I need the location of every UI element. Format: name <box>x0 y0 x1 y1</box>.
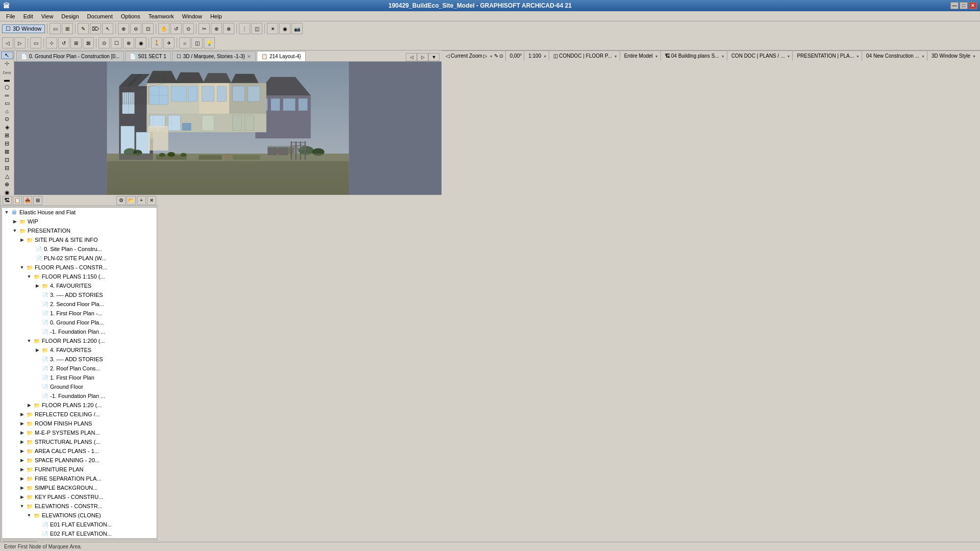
menu-edit[interactable]: Edit <box>19 12 37 20</box>
tb2-material[interactable]: ◫ <box>191 37 203 48</box>
tb-paste[interactable]: ⊗ <box>223 23 234 34</box>
tree-add-stories-2[interactable]: 📄 3. ---- ADD STORIES <box>2 355 157 364</box>
tb2-light[interactable]: 💡 <box>204 37 215 48</box>
tree-roof-plan[interactable]: 📄 2. Roof Plan Cons... <box>2 364 157 373</box>
expand-fp-1150[interactable]: ▼ <box>26 273 33 280</box>
window-controls[interactable]: — □ ✕ <box>950 2 977 9</box>
tb-sun[interactable]: ☀ <box>267 23 278 34</box>
tb2-display[interactable]: ◉ <box>135 37 146 48</box>
rp-add-btn[interactable]: + <box>137 196 146 205</box>
tb-camera[interactable]: 📷 <box>291 23 303 34</box>
tb-grid[interactable]: ⊞ <box>62 23 73 34</box>
tab-sect1[interactable]: 📄 S01 SECT 1 <box>125 51 170 61</box>
rp-icon-publisher[interactable]: 📤 <box>23 196 32 205</box>
zoom-control[interactable]: ◁ Current Zoom ▷ ✎ ⊙ <box>444 51 506 61</box>
tb2-rotate[interactable]: ↺ <box>58 37 69 48</box>
menu-teamwork[interactable]: Teamwork <box>144 12 178 20</box>
expand-fire[interactable]: ▶ <box>18 475 26 482</box>
expand-fp-1200[interactable]: ▼ <box>26 337 33 344</box>
tb2-section[interactable]: ⊙ <box>99 37 110 48</box>
tool-beam[interactable]: ═ <box>1 92 13 99</box>
tree-root-item[interactable]: ▼ 🏛 Elastic House and Flat <box>2 208 157 217</box>
menu-help[interactable]: Help <box>206 12 226 20</box>
tree-key-plans[interactable]: ▶ 📁 KEY PLANS - CONSTRU... <box>2 492 157 502</box>
tool-wall[interactable]: ▬ <box>1 76 13 83</box>
tb2-filter[interactable]: ⊗ <box>123 37 134 48</box>
expand-space[interactable]: ▶ <box>18 457 26 464</box>
expand-fp-120[interactable]: ▶ <box>26 402 33 409</box>
tb-render[interactable]: ◉ <box>279 23 290 34</box>
tree-elevations-clone[interactable]: ▼ 📁 ELEVATIONS (CLONE) <box>2 511 157 520</box>
tree-e01[interactable]: 📄 E01 FLAT ELEVATION... <box>2 520 157 529</box>
tool-roof[interactable]: ⌂ <box>1 108 13 115</box>
model-view-control[interactable]: Entire Model <box>622 51 661 61</box>
rp-icon-view[interactable]: 📋 <box>13 196 22 205</box>
rp-delete-btn[interactable]: ✕ <box>147 196 156 205</box>
tb2-sun2[interactable]: ☼ <box>179 37 190 48</box>
tool-lamp[interactable]: ◉ <box>1 189 13 195</box>
new-construction-control[interactable]: 04 New Construction ... <box>864 51 927 61</box>
tb2-nav-prev[interactable]: ◁ <box>2 37 13 48</box>
rp-icon-project[interactable]: 🏗 <box>3 196 12 205</box>
rp-open-btn[interactable]: 📂 <box>127 196 136 205</box>
expand-fp-constr[interactable]: ▼ <box>18 264 26 271</box>
expand-furn[interactable]: ▶ <box>18 466 26 473</box>
tree-second-floor-1[interactable]: 📄 2. Second Floor Pla... <box>2 299 157 309</box>
menu-design[interactable]: Design <box>57 12 83 20</box>
tb-zoom-fit[interactable]: ⊡ <box>142 23 154 34</box>
rp-icon-embed[interactable]: ⊞ <box>33 196 42 205</box>
tree-fire[interactable]: ▶ 📁 FIRE SEPARATION PLA... <box>2 474 157 483</box>
tree-add-stories-1[interactable]: 📄 3. ---- ADD STORIES <box>2 290 157 299</box>
tree-pln02[interactable]: 📄 PLN-02 SITE PLAN (W... <box>2 254 157 263</box>
tb2-3d-doc[interactable]: ☐ <box>111 37 122 48</box>
tool-curtain[interactable]: ⊠ <box>1 148 13 156</box>
scale-control[interactable]: 1:100 <box>526 51 549 61</box>
3d-window-button[interactable]: ☐ 3D Window <box>2 24 45 33</box>
tb-pencil[interactable]: ✎ <box>78 23 89 34</box>
tree-wip[interactable]: ▶ 📁 WIP <box>2 217 157 226</box>
tree-space-planning[interactable]: ▶ 📁 SPACE PLANNING - 20... <box>2 456 157 465</box>
tb2-nav-next[interactable]: ▷ <box>14 37 26 48</box>
tree-mep[interactable]: ▶ 📁 M-E-P SYSTEMS PLAN... <box>2 428 157 437</box>
expand-refl[interactable]: ▶ <box>18 411 26 418</box>
tree-furniture[interactable]: ▶ 📁 FURNITURE PLAN <box>2 465 157 474</box>
tree-elevations[interactable]: ▼ 📁 ELEVATIONS - CONSTR... <box>2 502 157 511</box>
tree-e02[interactable]: 📄 E02 FLAT ELEVATION... <box>2 529 157 538</box>
menu-view[interactable]: View <box>37 12 58 20</box>
menu-file[interactable]: File <box>2 12 19 20</box>
tab-layout4[interactable]: 📋 214 Layout-4} <box>257 51 306 61</box>
tree-first-floor-1[interactable]: 📄 1. First Floor Plan -... <box>2 309 157 318</box>
condoc-control[interactable]: CON DOC | PLANS / ... <box>729 51 793 61</box>
tab-3d[interactable]: ☐ 3D / Marquee, Stories -1-3} ✕ <box>172 51 256 61</box>
tree-fav-2[interactable]: ▶ 📁 4. FAVOURITES <box>2 345 157 355</box>
tree-structural[interactable]: ▶ 📁 STRUCTURAL PLANS (... <box>2 437 157 446</box>
tree-fp-120[interactable]: ▶ 📁 FLOOR PLANS 1:20 (... <box>2 400 157 410</box>
tree-first-floor-2[interactable]: 📄 1. First Floor Plan <box>2 373 157 382</box>
tb-select[interactable]: ▭ <box>50 23 61 34</box>
tab-nav-right[interactable]: ▷ <box>417 53 428 61</box>
rp-settings-btn[interactable]: ⚙ <box>116 196 126 205</box>
expand-fav1[interactable]: ▶ <box>34 282 41 289</box>
menu-window[interactable]: Window <box>178 12 206 20</box>
tree-presentation[interactable]: ▼ 📁 PRESENTATION <box>2 226 157 235</box>
tool-select-plus[interactable]: ⊹ <box>1 60 13 67</box>
tb-zoom-out[interactable]: ⊖ <box>130 23 141 34</box>
tb-3d-nav[interactable]: ⊙ <box>183 23 194 34</box>
expand-simple[interactable]: ▶ <box>18 484 26 491</box>
expand-root[interactable]: ▼ <box>3 209 10 216</box>
tool-window[interactable]: ⊟ <box>1 164 13 172</box>
tool-door[interactable]: ⊡ <box>1 156 13 164</box>
expand-wip[interactable]: ▶ <box>11 218 18 225</box>
tb2-rectangle-sel[interactable]: ▭ <box>30 37 41 48</box>
tb-cut[interactable]: ✂ <box>199 23 210 34</box>
minimize-button[interactable]: — <box>950 2 959 9</box>
tree-fp-1150[interactable]: ▼ 📁 FLOOR PLANS 1:150 (... <box>2 272 157 281</box>
tree-room-finish[interactable]: ▶ 📁 ROOM FINISH PLANS <box>2 419 157 428</box>
tb2-mirror[interactable]: ⊠ <box>83 37 94 48</box>
tb2-fly[interactable]: ✈ <box>163 37 175 48</box>
expand-area[interactable]: ▶ <box>18 447 26 455</box>
tree-fp-1200[interactable]: ▼ 📁 FLOOR PLANS 1:200 (... <box>2 336 157 345</box>
tb-erase[interactable]: ⌦ <box>90 23 101 34</box>
tree-ground-2[interactable]: 📄 Ground Floor <box>2 382 157 391</box>
tool-morph[interactable]: ◈ <box>1 123 13 131</box>
